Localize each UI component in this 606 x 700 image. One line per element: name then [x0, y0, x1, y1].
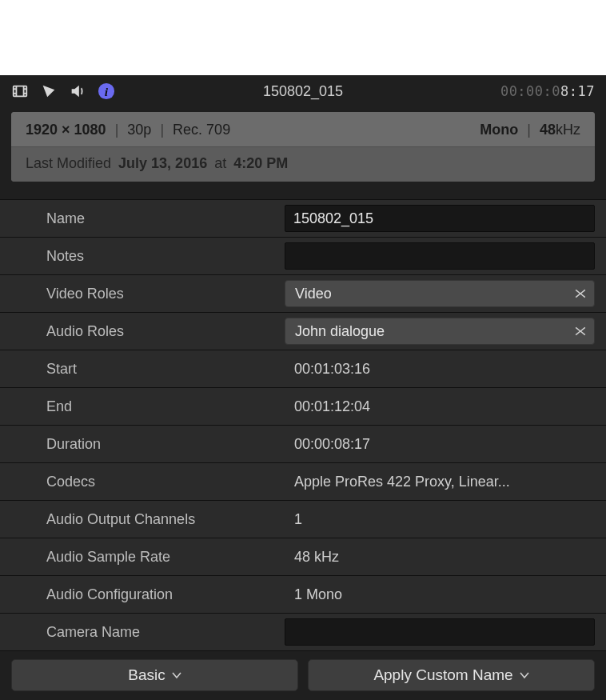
summary-audio-rate-value: 48: [540, 122, 556, 138]
input-notes[interactable]: [285, 242, 595, 270]
label-audio-output-channels: Audio Output Channels: [11, 511, 285, 528]
row-end: End 00:01:12:04: [0, 388, 606, 426]
inspector-bottombar: Basic Apply Custom Name: [0, 651, 606, 700]
clip-title: 150802_015: [263, 83, 343, 100]
row-name: Name: [0, 200, 606, 238]
select-video-roles-value: Video: [295, 286, 332, 302]
audio-inspector-icon[interactable]: [69, 82, 86, 100]
summary-resolution: 1920 × 1080: [26, 122, 106, 138]
svg-rect-0: [14, 86, 27, 97]
apply-custom-name-button[interactable]: Apply Custom Name: [308, 659, 595, 691]
chevron-down-icon: [172, 670, 181, 680]
clip-summary: 1920 × 1080 | 30p | Rec. 709 Mono | 48kH…: [11, 112, 595, 182]
row-audio-configuration: Audio Configuration 1 Mono: [0, 576, 606, 614]
input-camera-name[interactable]: [285, 618, 595, 646]
value-start: 00:01:03:16: [285, 361, 595, 378]
select-audio-roles-value: John dialogue: [295, 323, 385, 340]
value-duration: 00:00:08:17: [285, 436, 595, 453]
chevron-down-icon: [575, 326, 586, 337]
property-list: Name Notes Video Roles Video Audio Roles: [0, 199, 606, 651]
summary-colorspace: Rec. 709: [173, 122, 230, 138]
summary-modified-row: Last Modified July 13, 2016 at 4:20 PM: [11, 146, 595, 182]
row-camera-name: Camera Name: [0, 614, 606, 651]
summary-framerate: 30p: [127, 122, 151, 138]
select-audio-roles[interactable]: John dialogue: [285, 318, 595, 345]
row-audio-sample-rate: Audio Sample Rate 48 kHz: [0, 538, 606, 576]
summary-modified-label: Last Modified: [26, 155, 111, 171]
label-camera-name: Camera Name: [11, 624, 285, 641]
info-inspector-panel: i 150802_015 00:00:08:17 1920 × 1080 | 3…: [0, 75, 606, 700]
timecode-dim: 00:00:0: [500, 83, 560, 99]
value-audio-configuration: 1 Mono: [285, 586, 595, 603]
summary-video-format: 1920 × 1080 | 30p | Rec. 709: [26, 122, 230, 138]
row-codecs: Codecs Apple ProRes 422 Proxy, Linear...: [0, 463, 606, 501]
row-audio-roles: Audio Roles John dialogue: [0, 313, 606, 350]
row-start: Start 00:01:03:16: [0, 350, 606, 388]
summary-modified-at: at: [214, 155, 226, 171]
video-inspector-icon[interactable]: [11, 82, 29, 100]
inspector-tabbar: i 150802_015 00:00:08:17: [0, 75, 606, 107]
chevron-down-icon: [520, 670, 529, 680]
svg-text:i: i: [105, 85, 109, 98]
metadata-view-label: Basic: [128, 666, 165, 684]
label-end: End: [11, 398, 285, 415]
select-video-roles[interactable]: Video: [285, 280, 595, 307]
color-inspector-icon[interactable]: [40, 82, 58, 100]
summary-audio-format: Mono | 48kHz: [480, 122, 580, 138]
timecode-bright: 8:17: [560, 83, 595, 99]
value-audio-output-channels: 1: [285, 511, 595, 528]
row-duration: Duration 00:00:08:17: [0, 426, 606, 463]
row-notes: Notes: [0, 238, 606, 275]
value-audio-sample-rate: 48 kHz: [285, 549, 595, 566]
label-audio-sample-rate: Audio Sample Rate: [11, 549, 285, 566]
label-audio-configuration: Audio Configuration: [11, 586, 285, 603]
summary-format-row: 1920 × 1080 | 30p | Rec. 709 Mono | 48kH…: [11, 112, 595, 146]
summary-audio-rate-unit: kHz: [556, 122, 580, 138]
input-name[interactable]: [285, 205, 595, 232]
chevron-down-icon: [575, 288, 586, 299]
label-start: Start: [11, 361, 285, 378]
label-audio-roles: Audio Roles: [11, 323, 285, 340]
metadata-view-button[interactable]: Basic: [11, 659, 298, 691]
label-video-roles: Video Roles: [11, 286, 285, 302]
apply-custom-name-label: Apply Custom Name: [373, 666, 512, 684]
summary-modified-time: 4:20 PM: [233, 155, 288, 171]
label-name: Name: [11, 210, 285, 227]
value-codecs: Apple ProRes 422 Proxy, Linear...: [285, 474, 595, 490]
summary-modified-date: July 13, 2016: [118, 155, 207, 171]
timecode-display: 00:00:08:17: [500, 83, 595, 99]
label-duration: Duration: [11, 436, 285, 453]
row-video-roles: Video Roles Video: [0, 275, 606, 313]
row-audio-output-channels: Audio Output Channels 1: [0, 501, 606, 538]
value-end: 00:01:12:04: [285, 398, 595, 415]
label-codecs: Codecs: [11, 474, 285, 490]
summary-audio-mode: Mono: [480, 122, 518, 138]
label-notes: Notes: [11, 248, 285, 265]
info-inspector-icon[interactable]: i: [98, 82, 115, 100]
